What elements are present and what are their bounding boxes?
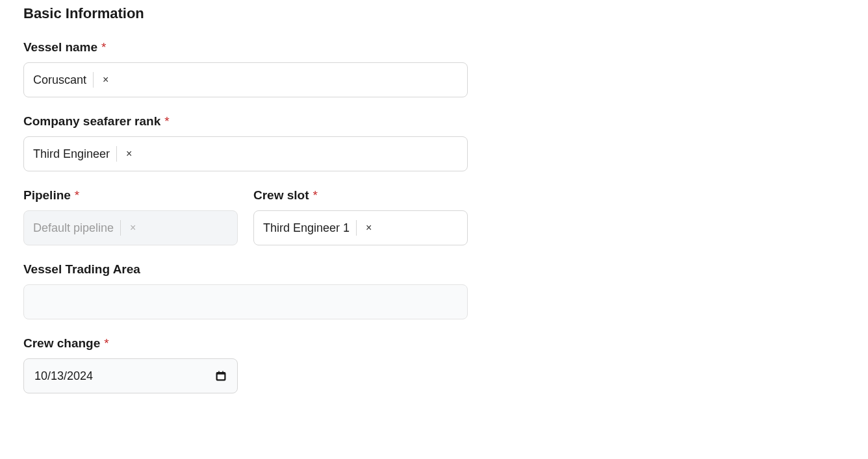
tag-value: Third Engineer — [33, 147, 110, 161]
seafarer-rank-group: Company seafarer rank * Third Engineer × — [23, 114, 845, 171]
calendar-icon[interactable] — [215, 370, 227, 382]
trading-area-label: Vessel Trading Area — [23, 262, 845, 277]
crew-slot-tag: Third Engineer 1 × — [263, 220, 374, 236]
seafarer-rank-input[interactable]: Third Engineer × — [23, 136, 468, 171]
seafarer-rank-label: Company seafarer rank * — [23, 114, 845, 129]
svg-rect-1 — [218, 375, 225, 380]
tag-divider — [116, 146, 117, 162]
label-text: Pipeline — [23, 188, 71, 203]
tag-divider — [356, 220, 357, 236]
required-mark: * — [75, 188, 79, 203]
crew-change-group: Crew change * 10/13/2024 — [23, 336, 845, 393]
required-mark: * — [104, 336, 108, 351]
close-icon[interactable]: × — [123, 147, 134, 160]
pipeline-input: Default pipeline × — [23, 210, 238, 245]
vessel-name-label: Vessel name * — [23, 40, 845, 55]
vessel-name-group: Vessel name * Coruscant × — [23, 40, 845, 97]
label-text: Crew slot — [253, 188, 309, 203]
crew-slot-input[interactable]: Third Engineer 1 × — [253, 210, 468, 245]
close-icon[interactable]: × — [100, 73, 111, 86]
tag-value: Default pipeline — [33, 221, 114, 235]
close-icon: × — [127, 221, 138, 234]
vessel-name-tag: Coruscant × — [33, 72, 111, 88]
required-mark: * — [101, 40, 106, 55]
pipeline-group: Pipeline * Default pipeline × — [23, 188, 238, 245]
label-text: Vessel Trading Area — [23, 262, 140, 277]
close-icon[interactable]: × — [363, 221, 374, 234]
tag-value: Third Engineer 1 — [263, 221, 350, 235]
required-mark: * — [313, 188, 318, 203]
label-text: Company seafarer rank — [23, 114, 160, 129]
vessel-name-input[interactable]: Coruscant × — [23, 62, 468, 97]
trading-area-group: Vessel Trading Area — [23, 262, 845, 319]
crew-change-input[interactable]: 10/13/2024 — [23, 358, 238, 393]
tag-divider — [120, 220, 121, 236]
tag-value: Coruscant — [33, 73, 86, 87]
section-title: Basic Information — [23, 5, 845, 22]
seafarer-rank-tag: Third Engineer × — [33, 146, 134, 162]
tag-divider — [93, 72, 94, 88]
crew-slot-label: Crew slot * — [253, 188, 468, 203]
pipeline-label: Pipeline * — [23, 188, 238, 203]
trading-area-input[interactable] — [23, 284, 468, 319]
crew-slot-group: Crew slot * Third Engineer 1 × — [253, 188, 468, 245]
label-text: Vessel name — [23, 40, 97, 55]
date-value: 10/13/2024 — [34, 369, 93, 383]
crew-change-label: Crew change * — [23, 336, 845, 351]
pipeline-tag: Default pipeline × — [33, 220, 138, 236]
pipeline-crewslot-row: Pipeline * Default pipeline × Crew slot … — [23, 188, 845, 262]
required-mark: * — [164, 114, 169, 129]
label-text: Crew change — [23, 336, 100, 351]
